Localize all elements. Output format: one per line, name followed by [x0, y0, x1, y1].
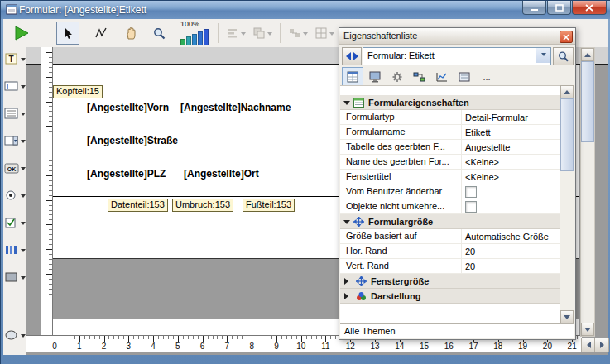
property-row[interactable]: Fenstertitel <Keine> — [340, 170, 560, 184]
chevron-down-icon[interactable] — [21, 334, 26, 340]
group-tool-button[interactable] — [288, 26, 308, 40]
section-tag-datenteil[interactable]: Datenteil:153 — [108, 199, 168, 212]
property-row[interactable]: Größe basiert auf Automatische Größe — [340, 229, 560, 244]
draw-tool-button[interactable] — [89, 22, 113, 45]
scroll-down-button[interactable] — [560, 310, 574, 323]
ok-button-icon: OK — [4, 161, 19, 175]
chevron-down-icon[interactable] — [21, 249, 26, 255]
chevron-down-icon[interactable] — [21, 276, 26, 282]
property-row[interactable]: Name des geerbten For... <Keine> — [340, 155, 560, 170]
section-tag-umbruch[interactable]: Umbruch:153 — [172, 199, 233, 212]
tab-more[interactable]: ... — [476, 67, 497, 86]
maximize-button[interactable] — [547, 1, 571, 15]
property-row[interactable]: Vert. Rand 20 — [340, 259, 560, 274]
button-tool[interactable]: OK — [4, 161, 26, 175]
scroll-up-button[interactable] — [581, 48, 594, 61]
section-tag-kopfteil[interactable]: Kopfteil:15 — [53, 85, 103, 98]
chevron-down-icon[interactable] — [21, 194, 26, 200]
property-row[interactable]: Formulartyp Detail-Formular — [340, 110, 560, 125]
tab-links[interactable] — [409, 67, 430, 86]
scroll-up-button[interactable] — [560, 85, 574, 98]
chevron-down-icon[interactable] — [21, 58, 26, 64]
rectangle-tool[interactable] — [4, 271, 26, 284]
zoom-tool-button[interactable] — [147, 22, 171, 45]
ellipse-tool[interactable] — [4, 328, 26, 342]
object-selector-combobox[interactable]: Formular: Etikett — [363, 47, 551, 65]
arrow-right-icon — [600, 342, 608, 348]
checkbox-unchecked[interactable] — [465, 186, 477, 198]
section-header-formulareigenschaften[interactable]: Formulareigenschaften — [340, 95, 560, 110]
panel-close-button[interactable] — [560, 31, 573, 43]
zoom-level-control[interactable]: 100% — [180, 21, 209, 46]
window-title: Formular: [Angestellte]Etikett — [19, 4, 146, 16]
record-navigation-button[interactable] — [342, 47, 362, 65]
property-value[interactable]: 20 — [462, 244, 560, 258]
property-value[interactable]: <Keine> — [462, 155, 560, 169]
property-row[interactable]: Objekte nicht umkehre... — [340, 199, 560, 214]
titlebar[interactable]: Formular: [Angestellte]Etikett — [1, 1, 610, 19]
chevron-down-icon[interactable] — [21, 113, 26, 118]
tab-display[interactable] — [364, 67, 386, 86]
vertical-scroll-thumb[interactable] — [581, 61, 594, 142]
chevron-down-icon[interactable] — [21, 140, 26, 146]
property-value[interactable]: Angestellte — [462, 140, 560, 154]
text-label-icon: T — [4, 52, 19, 65]
scroll-thumb[interactable] — [560, 98, 574, 171]
select-tool-button[interactable] — [56, 22, 79, 45]
run-form-button[interactable] — [10, 22, 33, 45]
section-header-fenstergroesse[interactable]: Fenstergröße — [340, 274, 560, 289]
order-tool-button[interactable] — [252, 26, 272, 40]
tab-properties[interactable] — [342, 67, 363, 86]
columns-tool[interactable] — [4, 243, 26, 256]
monitor-icon — [368, 71, 382, 83]
vertical-ruler — [41, 47, 53, 335]
search-properties-button[interactable] — [553, 47, 574, 65]
close-button[interactable] — [572, 1, 607, 15]
checkbox-tool[interactable] — [4, 216, 26, 229]
property-row[interactable]: Formularname Etikett — [340, 125, 560, 140]
combobox-tool[interactable] — [4, 134, 26, 147]
chevron-down-icon[interactable] — [21, 222, 26, 228]
appearance-icon — [356, 291, 367, 301]
checkbox-unchecked[interactable] — [465, 201, 477, 213]
property-row[interactable]: Vom Benutzer änderbar — [340, 184, 560, 199]
listbox-tool[interactable] — [4, 107, 26, 120]
chevron-down-icon[interactable] — [21, 167, 26, 173]
text-label-tool[interactable]: T — [4, 52, 26, 65]
properties-scrollbar[interactable] — [560, 85, 574, 323]
property-value[interactable]: Detail-Formular — [462, 110, 560, 124]
field-nachname[interactable]: [Angestellte]Nachname — [180, 102, 291, 113]
field-strasse[interactable]: [Angestellte]Straße — [87, 135, 178, 146]
tab-screen[interactable] — [454, 67, 475, 86]
svg-text:T: T — [8, 55, 13, 64]
property-row[interactable]: Tabelle des geerbten F... Angestellte — [340, 140, 560, 155]
chevron-down-icon[interactable] — [21, 85, 26, 91]
edit-field-icon — [4, 79, 19, 93]
section-header-formulargroesse[interactable]: Formulargröße — [340, 214, 560, 229]
pan-hand-tool-button[interactable] — [119, 22, 142, 45]
field-plz[interactable]: [Angestellte]PLZ — [87, 168, 166, 180]
property-value[interactable]: Automatische Größe — [462, 229, 560, 243]
property-label: Formularname — [340, 125, 462, 139]
field-vorname[interactable]: [Angestellte]Vorn — [87, 102, 169, 113]
vertical-scrollbar[interactable] — [580, 47, 595, 337]
align-tool-button[interactable] — [226, 26, 246, 40]
layout-tool-button[interactable] — [315, 26, 334, 40]
field-ort[interactable]: [Angestellte]Ort — [184, 168, 259, 180]
section-tag-fussteil[interactable]: Fußteil:153 — [243, 199, 295, 212]
property-value[interactable]: <Keine> — [462, 170, 560, 184]
radio-button-tool[interactable] — [4, 189, 26, 202]
edit-field-tool[interactable] — [4, 79, 26, 93]
property-row[interactable]: Hor. Rand 20 — [340, 244, 560, 259]
tab-settings[interactable] — [387, 67, 408, 86]
properties-panel-titlebar[interactable]: Eigenschaftenliste — [339, 28, 575, 45]
scroll-right-button[interactable] — [594, 338, 609, 352]
tab-chart[interactable] — [431, 67, 453, 86]
minimize-button[interactable] — [522, 1, 546, 15]
combobox-dropdown-button[interactable] — [536, 48, 550, 63]
scroll-down-button[interactable] — [581, 323, 594, 336]
section-header-darstellung[interactable]: Darstellung — [340, 289, 560, 304]
property-value[interactable]: Etikett — [462, 125, 560, 139]
themes-footer[interactable]: Alle Themen — [340, 323, 574, 338]
property-value[interactable]: 20 — [462, 259, 560, 273]
